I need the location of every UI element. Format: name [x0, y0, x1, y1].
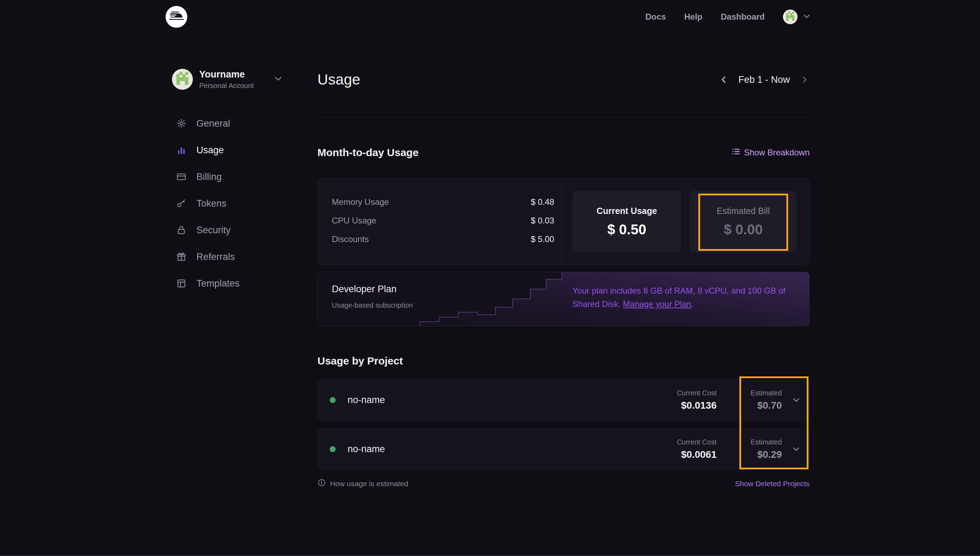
current-cost-label: Current Cost: [677, 389, 717, 397]
plan-card: Developer Plan Usage-based subscription …: [317, 272, 809, 326]
user-avatar: [172, 69, 193, 90]
nav-dashboard[interactable]: Dashboard: [721, 12, 765, 22]
project-name: no-name: [347, 394, 385, 406]
plan-description-period: .: [691, 299, 694, 309]
current-cost-label: Current Cost: [677, 438, 717, 446]
nav-help[interactable]: Help: [684, 12, 702, 22]
plan-description-line1: Your plan includes 8 GB of RAM, 8 vCPU, …: [572, 286, 785, 295]
previous-period-button[interactable]: [719, 74, 729, 85]
usage-page: Docs Help Dashboard: [0, 0, 980, 556]
projects-title: Usage by Project: [317, 355, 403, 367]
show-breakdown-label: Show Breakdown: [744, 148, 809, 157]
expand-row-button[interactable]: [791, 394, 801, 405]
next-period-button[interactable]: [799, 74, 809, 85]
estimated-bill-label: Estimated Bill: [717, 206, 770, 216]
gear-icon: [176, 118, 187, 129]
cost-row-discounts: Discounts $ 5.00: [332, 230, 554, 248]
estimated-bill-box: Estimated Bill $ 0.00: [690, 191, 796, 252]
sidebar-item-templates[interactable]: Templates: [172, 274, 287, 293]
month-usage-header: Month-to-day Usage Show Breakdown: [317, 147, 809, 158]
cost-value: $ 0.48: [531, 197, 554, 207]
cost-label: CPU Usage: [332, 216, 376, 226]
sidebar-item-tokens[interactable]: Tokens: [172, 194, 287, 213]
how-usage-estimated-label: How usage is estimated: [330, 480, 408, 488]
estimated-value: $0.70: [757, 400, 782, 411]
project-status-dot: [330, 446, 336, 452]
current-usage-label: Current Usage: [597, 206, 657, 216]
current-cost-column: Current Cost $0.0061: [660, 438, 717, 460]
credit-card-icon: [176, 171, 187, 182]
sidebar-item-general[interactable]: General: [172, 114, 287, 133]
show-breakdown-button[interactable]: Show Breakdown: [731, 147, 809, 158]
chevron-down-icon: [274, 74, 283, 84]
sidebar-item-security[interactable]: Security: [172, 220, 287, 240]
key-icon: [176, 198, 187, 209]
plan-name: Developer Plan: [332, 284, 397, 295]
sidebar-item-label: Referrals: [197, 252, 235, 262]
sidebar-item-label: Templates: [197, 278, 240, 289]
usage-summary-boxes: Current Usage $ 0.50 Estimated Bill $ 0.…: [562, 179, 809, 265]
account-switcher[interactable]: Yourname Personal Account: [172, 69, 287, 90]
estimated-value: $0.29: [757, 449, 782, 460]
sidebar-item-billing[interactable]: Billing: [172, 167, 287, 187]
gift-icon: [176, 252, 187, 262]
cost-label: Discounts: [332, 234, 369, 244]
current-usage-value: $ 0.50: [607, 222, 646, 238]
settings-sidebar: Yourname Personal Account General: [172, 69, 287, 90]
sidebar-item-referrals[interactable]: Referrals: [172, 247, 287, 267]
chevron-down-icon: [802, 12, 811, 22]
sidebar-item-label: Security: [197, 225, 231, 236]
nav-docs[interactable]: Docs: [646, 12, 666, 22]
list-icon: [731, 147, 740, 158]
sidebar-item-usage[interactable]: Usage: [172, 140, 287, 160]
main-content: Usage Feb 1 - Now Month-to-day Usage: [317, 69, 809, 504]
month-usage-title: Month-to-day Usage: [317, 147, 418, 158]
account-type: Personal Account: [199, 82, 254, 90]
projects-footer: How usage is estimated Show Deleted Proj…: [317, 478, 809, 489]
estimated-column: Estimated $0.70: [740, 389, 782, 411]
current-cost-value: $0.0061: [681, 449, 717, 460]
account-menu-button[interactable]: [783, 10, 811, 24]
project-name: no-name: [347, 444, 385, 455]
user-avatar: [783, 10, 798, 24]
cost-value: $ 0.03: [531, 216, 554, 226]
top-navigation: Docs Help Dashboard: [0, 0, 980, 34]
sidebar-item-label: Billing: [197, 171, 222, 183]
date-range-label: Feb 1 - Now: [738, 74, 790, 85]
cost-label: Memory Usage: [332, 197, 389, 207]
show-deleted-projects-link[interactable]: Show Deleted Projects: [735, 480, 809, 488]
railway-logo-icon[interactable]: [166, 6, 187, 28]
estimated-bill-value: $ 0.00: [723, 222, 762, 238]
plan-description: Your plan includes 8 GB of RAM, 8 vCPU, …: [572, 284, 793, 311]
current-usage-box: Current Usage $ 0.50: [572, 191, 681, 252]
cost-value: $ 5.00: [531, 234, 554, 244]
expand-row-button[interactable]: [791, 444, 801, 454]
how-usage-estimated-link[interactable]: How usage is estimated: [317, 478, 408, 489]
estimated-label: Estimated: [751, 438, 782, 446]
cost-row-cpu: CPU Usage $ 0.03: [332, 211, 554, 230]
lock-icon: [176, 225, 187, 235]
current-cost-column: Current Cost $0.0136: [660, 389, 717, 411]
cost-line-items: Memory Usage $ 0.48 CPU Usage $ 0.03 Dis…: [318, 179, 562, 265]
project-row[interactable]: no-name Current Cost $0.0136 Estimated $…: [317, 380, 809, 420]
date-range-navigator: Feb 1 - Now: [719, 74, 809, 85]
estimated-column: Estimated $0.29: [740, 438, 782, 460]
project-status-dot: [330, 397, 336, 403]
info-icon: [317, 478, 326, 489]
layout-icon: [176, 278, 187, 289]
current-cost-value: $0.0136: [681, 400, 717, 411]
project-row[interactable]: no-name Current Cost $0.0061 Estimated $…: [317, 429, 809, 469]
sidebar-item-label: Tokens: [197, 198, 227, 209]
sidebar-menu: General Usage Billing: [172, 114, 287, 293]
plan-description-line2: Shared Disk.: [572, 299, 623, 309]
sidebar-item-label: Usage: [197, 145, 224, 156]
top-nav-links: Docs Help Dashboard: [646, 0, 811, 34]
month-usage-card: Memory Usage $ 0.48 CPU Usage $ 0.03 Dis…: [317, 178, 809, 265]
account-name: Yourname: [199, 69, 254, 80]
page-header: Usage Feb 1 - Now: [317, 69, 809, 91]
page-title: Usage: [317, 71, 360, 88]
projects-header: Usage by Project: [317, 355, 809, 367]
manage-plan-link[interactable]: Manage your Plan: [623, 299, 691, 309]
cost-row-memory: Memory Usage $ 0.48: [332, 192, 554, 211]
estimated-label: Estimated: [751, 389, 782, 397]
